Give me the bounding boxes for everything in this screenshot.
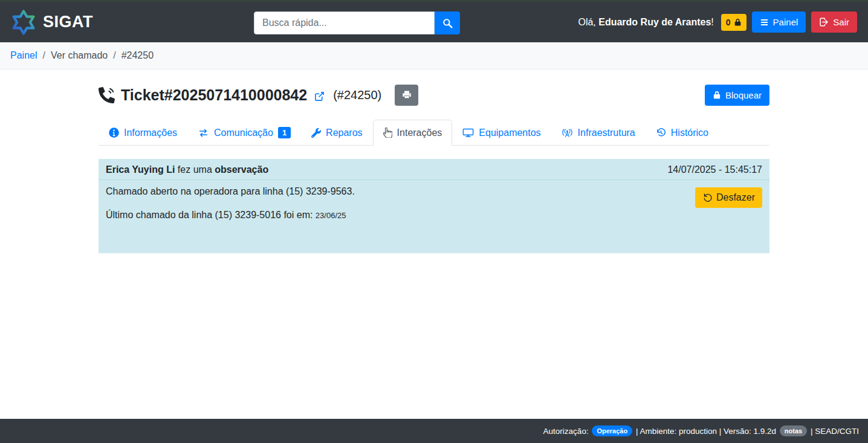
search-input[interactable] [254,11,435,34]
tab-label: Interações [397,128,442,138]
interaction-line1: Chamado aberto na operadora para linha (… [106,186,355,198]
exchange-icon [198,128,209,138]
ticket-title-row: Ticket#2025071410000842 (#24250) [99,85,769,106]
history-icon [656,128,666,138]
tab-comunicacao[interactable]: Comunicação 1 [187,120,301,146]
tab-label: Equipamentos [479,128,540,138]
tab-interacoes[interactable]: Interações [373,120,453,146]
greeting-prefix: Olá, [578,17,598,27]
ticket-tabs: Informações Comunicação 1 Reparos Intera… [99,120,769,146]
lock-icon [734,18,742,27]
broadcast-tower-icon [562,128,573,138]
greeting-suffix: ! [711,17,713,27]
desfazer-label: Desfazer [716,192,755,203]
tab-label: Reparos [326,128,362,138]
tab-informacoes[interactable]: Informações [99,120,187,146]
breadcrumb-painel-link[interactable]: Painel [10,50,37,61]
painel-button[interactable]: Painel [752,11,806,33]
sigat-logo-icon [11,10,36,35]
tab-historico[interactable]: Histórico [646,120,719,146]
sair-label: Sair [833,17,849,27]
comunicacao-count-badge: 1 [278,127,291,138]
interaction-line2-text: Último chamado da linha (15) 3239-5016 f… [106,210,316,220]
breadcrumb-ticket-id: #24250 [121,50,154,61]
print-icon [402,91,412,100]
ticket-number: (#24250) [333,88,381,102]
footer: Autorização: Operação | Ambiente: produc… [0,419,868,443]
interaction-line2-date: 23/06/25 [316,211,346,220]
interaction-text: Chamado aberto na operadora para linha (… [106,186,355,222]
greeting-username: Eduardo Ruy de Arantes [598,17,711,27]
external-link-icon[interactable] [314,91,325,102]
interaction-header: Erica Yuying Li fez uma observação 14/07… [99,159,769,180]
hand-pointer-icon [383,128,392,138]
locked-count: 0 [726,18,731,27]
tab-label: Informações [124,128,177,138]
tab-infraestrutura[interactable]: Infraestrutura [551,120,646,146]
tab-reparos[interactable]: Reparos [301,120,372,146]
tab-equipamentos[interactable]: Equipamentos [452,120,551,146]
tab-label: Comunicação [214,128,273,138]
breadcrumb: Painel / Ver chamado / #24250 [0,42,868,70]
desfazer-button[interactable]: Desfazer [695,187,762,208]
sign-out-icon [819,18,829,27]
interaction-datetime: 14/07/2025 - 15:45:17 [667,164,762,175]
desktop-icon [462,128,474,138]
quick-search [254,11,460,34]
painel-label: Painel [773,17,798,27]
top-navbar: SIGAT Olá, Eduardo Ruy de Arantes! 0 [0,0,868,42]
search-icon [442,18,453,28]
breadcrumb-separator: / [42,50,45,61]
sair-button[interactable]: Sair [811,11,857,33]
undo-icon [702,193,712,202]
footer-operacao-badge[interactable]: Operação [592,425,632,436]
footer-ambiente-versao: | Ambiente: production | Versão: 1.9.2d [636,427,776,436]
breadcrumb-ver-chamado: Ver chamado [51,50,108,61]
bloquear-label: Bloquear [725,90,762,100]
greeting-text: Olá, Eduardo Ruy de Arantes! [578,17,713,28]
interaction-card: Erica Yuying Li fez uma observação 14/07… [99,159,769,253]
lock-icon [713,91,721,100]
bloquear-button[interactable]: Bloquear [705,85,769,106]
footer-autorizacao-label: Autorização: [543,427,589,436]
tab-label: Infraestrutura [578,128,635,138]
brand[interactable]: SIGAT [11,10,93,35]
wrench-icon [311,128,321,138]
breadcrumb-separator: / [113,50,115,61]
phone-volume-icon [99,87,115,103]
footer-notas-badge[interactable]: notas [780,425,807,436]
search-button[interactable] [435,11,460,34]
interaction-author: Erica Yuying Li [106,164,175,175]
interaction-action-middle: fez uma [175,164,215,175]
main-content: Ticket#2025071410000842 (#24250) [99,85,769,253]
navbar-right: Olá, Eduardo Ruy de Arantes! 0 Painel Sa… [578,11,857,33]
interaction-line2: Último chamado da linha (15) 3239-5016 f… [106,209,355,222]
brand-name: SIGAT [43,13,93,31]
ticket-title-group: Ticket#2025071410000842 (#24250) [99,85,418,106]
info-circle-icon [109,128,119,138]
footer-org: | SEAD/CGTI [811,427,859,436]
print-button[interactable] [395,85,418,106]
interaction-author-line: Erica Yuying Li fez uma observação [106,164,268,175]
bars-icon [760,18,769,27]
page-title: Ticket#2025071410000842 [121,86,307,104]
tab-label: Histórico [671,128,708,138]
locked-tickets-badge[interactable]: 0 [721,14,747,31]
interaction-body: Chamado aberto na operadora para linha (… [99,180,769,222]
interaction-action-type: observação [215,164,268,175]
